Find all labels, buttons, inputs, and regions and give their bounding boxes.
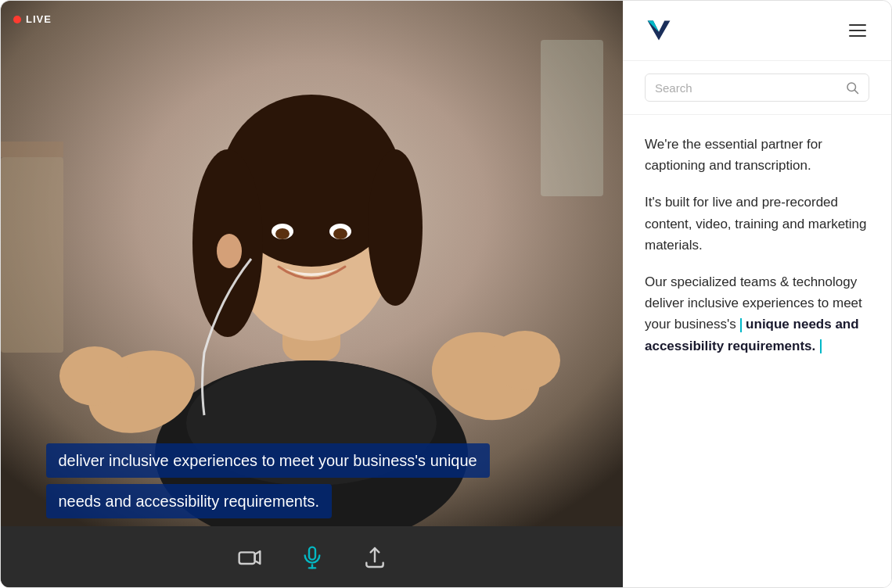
hamburger-line-1 bbox=[849, 24, 866, 26]
subtitle-line-2: needs and accessibility requirements. bbox=[46, 484, 333, 518]
right-panel: We're the essential partner for captioni… bbox=[623, 1, 891, 588]
hamburger-menu-button[interactable] bbox=[846, 21, 869, 40]
microphone-icon bbox=[300, 545, 325, 570]
live-indicator-dot bbox=[13, 16, 21, 23]
content-paragraph-1: We're the essential partner for captioni… bbox=[645, 134, 869, 176]
svg-point-12 bbox=[333, 228, 347, 239]
text-cursor bbox=[740, 318, 742, 332]
logo-container bbox=[645, 16, 673, 45]
share-icon bbox=[362, 545, 387, 570]
video-controls-bar bbox=[1, 526, 623, 588]
svg-rect-20 bbox=[239, 552, 254, 564]
hamburger-line-3 bbox=[849, 35, 866, 37]
svg-rect-21 bbox=[309, 547, 315, 560]
svg-point-11 bbox=[275, 228, 290, 239]
share-button[interactable] bbox=[362, 545, 387, 570]
search-box bbox=[645, 74, 869, 102]
svg-point-15 bbox=[59, 346, 130, 406]
svg-point-16 bbox=[490, 331, 560, 390]
content-paragraph-2: It's built for live and pre-recorded con… bbox=[645, 192, 869, 256]
svg-point-8 bbox=[217, 234, 242, 268]
microphone-button[interactable] bbox=[300, 545, 325, 570]
camera-icon bbox=[237, 545, 262, 570]
subtitles-container: deliver inclusive experiences to meet yo… bbox=[46, 443, 578, 518]
search-icon bbox=[845, 81, 859, 95]
right-content: We're the essential partner for captioni… bbox=[623, 115, 891, 588]
search-container bbox=[623, 61, 891, 115]
verbit-logo bbox=[645, 16, 673, 45]
video-panel: LIVE deliver inclusive experiences to me… bbox=[1, 1, 623, 588]
text-cursor-end bbox=[820, 339, 822, 353]
live-label: LIVE bbox=[26, 13, 52, 25]
live-badge: LIVE bbox=[13, 13, 52, 25]
svg-rect-17 bbox=[1, 157, 63, 353]
svg-rect-19 bbox=[541, 40, 603, 196]
hamburger-line-2 bbox=[849, 30, 866, 31]
svg-line-27 bbox=[854, 90, 858, 93]
svg-point-7 bbox=[368, 149, 423, 306]
svg-rect-18 bbox=[1, 142, 63, 157]
content-paragraph-3: Our specialized teams & technology deliv… bbox=[645, 271, 869, 357]
camera-button[interactable] bbox=[237, 545, 262, 570]
search-input[interactable] bbox=[655, 81, 839, 95]
subtitle-line-1: deliver inclusive experiences to meet yo… bbox=[46, 443, 490, 478]
right-header bbox=[623, 1, 891, 61]
